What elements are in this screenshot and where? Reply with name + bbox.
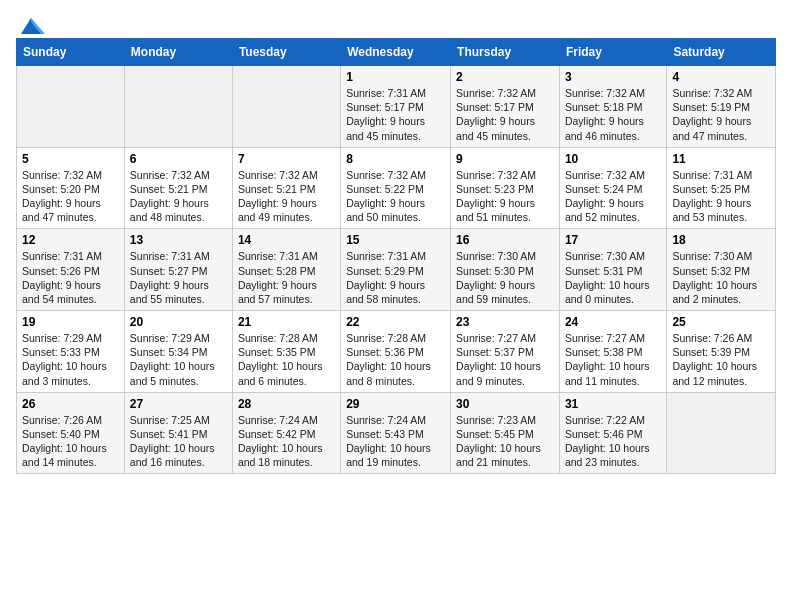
calendar-cell: 7Sunrise: 7:32 AM Sunset: 5:21 PM Daylig… <box>232 147 340 229</box>
calendar-cell: 1Sunrise: 7:31 AM Sunset: 5:17 PM Daylig… <box>341 66 451 148</box>
weekday-sunday: Sunday <box>17 39 125 66</box>
calendar-cell: 3Sunrise: 7:32 AM Sunset: 5:18 PM Daylig… <box>559 66 666 148</box>
page-header <box>16 16 776 30</box>
calendar-cell: 26Sunrise: 7:26 AM Sunset: 5:40 PM Dayli… <box>17 392 125 474</box>
calendar-cell: 19Sunrise: 7:29 AM Sunset: 5:33 PM Dayli… <box>17 311 125 393</box>
weekday-thursday: Thursday <box>451 39 560 66</box>
day-number: 1 <box>346 70 445 84</box>
cell-content: Sunrise: 7:26 AM Sunset: 5:40 PM Dayligh… <box>22 413 119 470</box>
calendar-cell: 30Sunrise: 7:23 AM Sunset: 5:45 PM Dayli… <box>451 392 560 474</box>
cell-content: Sunrise: 7:22 AM Sunset: 5:46 PM Dayligh… <box>565 413 661 470</box>
calendar-cell: 2Sunrise: 7:32 AM Sunset: 5:17 PM Daylig… <box>451 66 560 148</box>
calendar-cell: 15Sunrise: 7:31 AM Sunset: 5:29 PM Dayli… <box>341 229 451 311</box>
day-number: 20 <box>130 315 227 329</box>
weekday-tuesday: Tuesday <box>232 39 340 66</box>
calendar-cell: 14Sunrise: 7:31 AM Sunset: 5:28 PM Dayli… <box>232 229 340 311</box>
calendar-week-3: 12Sunrise: 7:31 AM Sunset: 5:26 PM Dayli… <box>17 229 776 311</box>
cell-content: Sunrise: 7:30 AM Sunset: 5:31 PM Dayligh… <box>565 249 661 306</box>
calendar-cell: 9Sunrise: 7:32 AM Sunset: 5:23 PM Daylig… <box>451 147 560 229</box>
logo-icon <box>17 14 45 36</box>
calendar-cell: 20Sunrise: 7:29 AM Sunset: 5:34 PM Dayli… <box>124 311 232 393</box>
calendar-cell: 24Sunrise: 7:27 AM Sunset: 5:38 PM Dayli… <box>559 311 666 393</box>
day-number: 25 <box>672 315 770 329</box>
calendar-cell: 11Sunrise: 7:31 AM Sunset: 5:25 PM Dayli… <box>667 147 776 229</box>
calendar-cell: 10Sunrise: 7:32 AM Sunset: 5:24 PM Dayli… <box>559 147 666 229</box>
calendar-cell: 27Sunrise: 7:25 AM Sunset: 5:41 PM Dayli… <box>124 392 232 474</box>
cell-content: Sunrise: 7:24 AM Sunset: 5:42 PM Dayligh… <box>238 413 335 470</box>
day-number: 3 <box>565 70 661 84</box>
day-number: 8 <box>346 152 445 166</box>
day-number: 27 <box>130 397 227 411</box>
day-number: 18 <box>672 233 770 247</box>
cell-content: Sunrise: 7:32 AM Sunset: 5:20 PM Dayligh… <box>22 168 119 225</box>
calendar-cell: 12Sunrise: 7:31 AM Sunset: 5:26 PM Dayli… <box>17 229 125 311</box>
day-number: 6 <box>130 152 227 166</box>
day-number: 29 <box>346 397 445 411</box>
calendar-cell: 18Sunrise: 7:30 AM Sunset: 5:32 PM Dayli… <box>667 229 776 311</box>
weekday-header-row: SundayMondayTuesdayWednesdayThursdayFrid… <box>17 39 776 66</box>
cell-content: Sunrise: 7:28 AM Sunset: 5:35 PM Dayligh… <box>238 331 335 388</box>
cell-content: Sunrise: 7:26 AM Sunset: 5:39 PM Dayligh… <box>672 331 770 388</box>
day-number: 31 <box>565 397 661 411</box>
day-number: 11 <box>672 152 770 166</box>
calendar-cell: 25Sunrise: 7:26 AM Sunset: 5:39 PM Dayli… <box>667 311 776 393</box>
calendar-cell <box>124 66 232 148</box>
day-number: 19 <box>22 315 119 329</box>
calendar-cell: 6Sunrise: 7:32 AM Sunset: 5:21 PM Daylig… <box>124 147 232 229</box>
calendar-cell: 28Sunrise: 7:24 AM Sunset: 5:42 PM Dayli… <box>232 392 340 474</box>
calendar-cell: 8Sunrise: 7:32 AM Sunset: 5:22 PM Daylig… <box>341 147 451 229</box>
cell-content: Sunrise: 7:31 AM Sunset: 5:28 PM Dayligh… <box>238 249 335 306</box>
cell-content: Sunrise: 7:32 AM Sunset: 5:18 PM Dayligh… <box>565 86 661 143</box>
calendar-cell: 21Sunrise: 7:28 AM Sunset: 5:35 PM Dayli… <box>232 311 340 393</box>
calendar-cell: 4Sunrise: 7:32 AM Sunset: 5:19 PM Daylig… <box>667 66 776 148</box>
day-number: 12 <box>22 233 119 247</box>
day-number: 23 <box>456 315 554 329</box>
weekday-wednesday: Wednesday <box>341 39 451 66</box>
cell-content: Sunrise: 7:29 AM Sunset: 5:33 PM Dayligh… <box>22 331 119 388</box>
cell-content: Sunrise: 7:25 AM Sunset: 5:41 PM Dayligh… <box>130 413 227 470</box>
cell-content: Sunrise: 7:32 AM Sunset: 5:17 PM Dayligh… <box>456 86 554 143</box>
cell-content: Sunrise: 7:27 AM Sunset: 5:37 PM Dayligh… <box>456 331 554 388</box>
cell-content: Sunrise: 7:23 AM Sunset: 5:45 PM Dayligh… <box>456 413 554 470</box>
day-number: 7 <box>238 152 335 166</box>
weekday-saturday: Saturday <box>667 39 776 66</box>
cell-content: Sunrise: 7:31 AM Sunset: 5:25 PM Dayligh… <box>672 168 770 225</box>
day-number: 21 <box>238 315 335 329</box>
day-number: 28 <box>238 397 335 411</box>
logo <box>16 16 45 30</box>
cell-content: Sunrise: 7:32 AM Sunset: 5:19 PM Dayligh… <box>672 86 770 143</box>
calendar-cell: 16Sunrise: 7:30 AM Sunset: 5:30 PM Dayli… <box>451 229 560 311</box>
cell-content: Sunrise: 7:32 AM Sunset: 5:24 PM Dayligh… <box>565 168 661 225</box>
calendar-cell: 23Sunrise: 7:27 AM Sunset: 5:37 PM Dayli… <box>451 311 560 393</box>
day-number: 16 <box>456 233 554 247</box>
calendar-cell: 5Sunrise: 7:32 AM Sunset: 5:20 PM Daylig… <box>17 147 125 229</box>
calendar-cell <box>232 66 340 148</box>
cell-content: Sunrise: 7:29 AM Sunset: 5:34 PM Dayligh… <box>130 331 227 388</box>
day-number: 26 <box>22 397 119 411</box>
cell-content: Sunrise: 7:31 AM Sunset: 5:17 PM Dayligh… <box>346 86 445 143</box>
cell-content: Sunrise: 7:32 AM Sunset: 5:22 PM Dayligh… <box>346 168 445 225</box>
cell-content: Sunrise: 7:30 AM Sunset: 5:32 PM Dayligh… <box>672 249 770 306</box>
calendar-week-5: 26Sunrise: 7:26 AM Sunset: 5:40 PM Dayli… <box>17 392 776 474</box>
day-number: 9 <box>456 152 554 166</box>
weekday-monday: Monday <box>124 39 232 66</box>
calendar-cell: 17Sunrise: 7:30 AM Sunset: 5:31 PM Dayli… <box>559 229 666 311</box>
day-number: 4 <box>672 70 770 84</box>
calendar-week-4: 19Sunrise: 7:29 AM Sunset: 5:33 PM Dayli… <box>17 311 776 393</box>
calendar-week-1: 1Sunrise: 7:31 AM Sunset: 5:17 PM Daylig… <box>17 66 776 148</box>
day-number: 30 <box>456 397 554 411</box>
calendar-week-2: 5Sunrise: 7:32 AM Sunset: 5:20 PM Daylig… <box>17 147 776 229</box>
calendar-cell: 31Sunrise: 7:22 AM Sunset: 5:46 PM Dayli… <box>559 392 666 474</box>
day-number: 14 <box>238 233 335 247</box>
cell-content: Sunrise: 7:28 AM Sunset: 5:36 PM Dayligh… <box>346 331 445 388</box>
day-number: 15 <box>346 233 445 247</box>
day-number: 17 <box>565 233 661 247</box>
calendar-cell: 22Sunrise: 7:28 AM Sunset: 5:36 PM Dayli… <box>341 311 451 393</box>
cell-content: Sunrise: 7:24 AM Sunset: 5:43 PM Dayligh… <box>346 413 445 470</box>
cell-content: Sunrise: 7:31 AM Sunset: 5:27 PM Dayligh… <box>130 249 227 306</box>
weekday-friday: Friday <box>559 39 666 66</box>
calendar-cell: 13Sunrise: 7:31 AM Sunset: 5:27 PM Dayli… <box>124 229 232 311</box>
cell-content: Sunrise: 7:27 AM Sunset: 5:38 PM Dayligh… <box>565 331 661 388</box>
cell-content: Sunrise: 7:31 AM Sunset: 5:29 PM Dayligh… <box>346 249 445 306</box>
calendar-cell: 29Sunrise: 7:24 AM Sunset: 5:43 PM Dayli… <box>341 392 451 474</box>
